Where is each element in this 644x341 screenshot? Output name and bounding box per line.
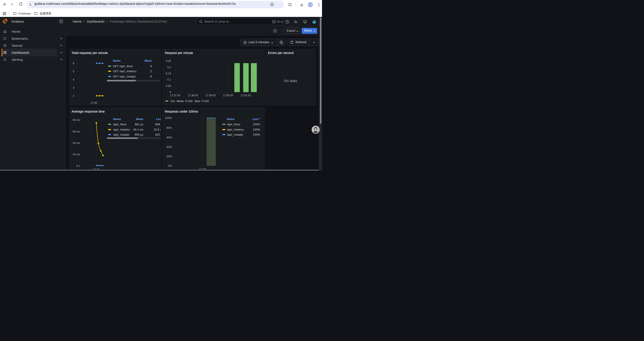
svg-text:3: 3: [73, 86, 74, 89]
svg-text:2: 2: [73, 94, 74, 97]
svg-text:100%: 100%: [165, 117, 172, 120]
svg-text:0.05: 0.05: [166, 85, 171, 88]
svg-text:80%: 80%: [166, 126, 172, 129]
svg-text:6: 6: [73, 62, 74, 65]
svg-text:17:39:00: 17:39:00: [206, 94, 216, 97]
svg-text:0: 0: [170, 91, 171, 94]
svg-text:17:38:00: 17:38:00: [188, 94, 198, 97]
svg-text:40 ms: 40 ms: [72, 142, 80, 145]
svg-text:60%: 60%: [166, 136, 172, 139]
svg-text:17:40: 17:40: [90, 101, 97, 104]
svg-text:80 ms: 80 ms: [72, 119, 80, 122]
svg-text:4: 4: [73, 78, 74, 81]
svg-text:17:40:00: 17:40:00: [223, 94, 233, 97]
svg-text:20 ms: 20 ms: [72, 153, 80, 156]
svg-text:0.1: 0.1: [167, 78, 171, 81]
svg-text:0.2: 0.2: [167, 66, 171, 69]
svg-text:60 ms: 60 ms: [72, 130, 80, 133]
svg-text:0%: 0%: [168, 164, 172, 167]
svg-text:17:41:00: 17:41:00: [241, 94, 251, 97]
svg-text:0.15: 0.15: [166, 72, 171, 75]
svg-text:17:37:00: 17:37:00: [170, 94, 180, 97]
svg-text:5: 5: [73, 70, 74, 73]
svg-text:0.25: 0.25: [166, 60, 171, 63]
svg-text:40%: 40%: [166, 146, 172, 149]
svg-text:0 s: 0 s: [76, 164, 80, 167]
svg-text:20%: 20%: [166, 155, 172, 158]
